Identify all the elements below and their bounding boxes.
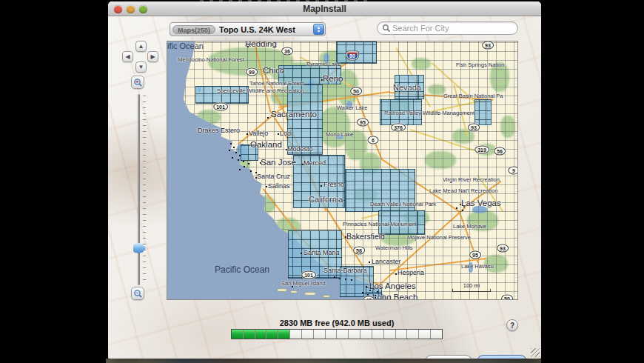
- island: [323, 295, 330, 298]
- map-label: Death Valley National Park: [370, 201, 436, 207]
- map-scale-bar: 100 mi: [452, 282, 491, 292]
- map-label: Mono Lake: [326, 131, 353, 138]
- progress-cell: [232, 330, 244, 339]
- map-label: Merced: [303, 159, 326, 167]
- city-dot: [321, 185, 322, 187]
- scale-label: 100 mi: [452, 282, 491, 289]
- island: [290, 290, 298, 293]
- progress-cell: [384, 330, 396, 339]
- map-label: Long Beach: [372, 293, 417, 300]
- progress-cell: [396, 330, 408, 339]
- search-input[interactable]: [391, 23, 513, 33]
- progress-cell: [266, 330, 278, 339]
- map-label: Redding: [245, 41, 277, 48]
- progress-cell: [302, 330, 314, 339]
- send-maps-button[interactable]: Send Maps: [477, 355, 527, 359]
- titlebar[interactable]: MapInstall: [108, 1, 541, 16]
- pan-down-button[interactable]: ▼: [135, 61, 147, 73]
- map-label: Spenceville Wildlife and Recreation: [217, 87, 304, 94]
- map-stage[interactable]: 100 mi 369380995010195376936319569589395…: [167, 41, 518, 300]
- magnifier-minus-icon: -: [133, 289, 143, 299]
- route-shield: 95: [357, 119, 369, 127]
- zoom-out-button[interactable]: -: [131, 287, 144, 300]
- resize-grip[interactable]: [531, 348, 540, 357]
- city-dot: [238, 159, 239, 161]
- pan-left-button[interactable]: ◀: [122, 51, 133, 62]
- map-label: Drakes Estero: [198, 127, 240, 134]
- map-label: Los Angeles: [369, 282, 416, 290]
- map-label: Great Basin National Pa: [443, 93, 503, 99]
- progress-cell: [349, 330, 360, 339]
- storage-progress-bar: [231, 329, 443, 339]
- map-label: Lake Mohave: [453, 223, 486, 230]
- storage-status-text: 2830 MB free (942.0 MB used): [231, 319, 443, 327]
- route-shield: 99: [246, 68, 258, 76]
- zoom-in-button[interactable]: +: [131, 76, 144, 89]
- city-dot: [339, 278, 341, 279]
- map-label: Pyramid Lake: [306, 61, 341, 67]
- map-label: Reno: [323, 74, 343, 83]
- pan-up-button[interactable]: ▲: [135, 41, 147, 52]
- route-shield: 47: [363, 296, 375, 301]
- city-dot: [248, 163, 249, 164]
- map-label: Lake Havasu: [461, 263, 494, 270]
- city-dot: [366, 286, 367, 287]
- city-dot: [235, 152, 237, 153]
- slider-track[interactable]: [138, 94, 140, 285]
- pan-right-button[interactable]: ▶: [147, 51, 158, 62]
- progress-cell: [326, 330, 338, 339]
- city-dot: [462, 210, 463, 211]
- route-shield: 93: [497, 244, 509, 253]
- map-label: California: [309, 195, 343, 204]
- map-label: Oakland: [250, 140, 282, 149]
- route-shield: 95: [469, 251, 481, 259]
- route-shield: 50: [501, 295, 513, 301]
- city-dot: [233, 147, 235, 148]
- search-field[interactable]: [377, 21, 518, 35]
- map-label: Fresno: [323, 181, 344, 188]
- desktop-sliver: [106, 359, 541, 363]
- progress-cell: [255, 330, 267, 339]
- scale-line: [452, 289, 491, 292]
- svg-text:+: +: [135, 79, 138, 84]
- search-icon: [382, 24, 391, 33]
- map-label: Virgin River Recreation: [443, 176, 500, 183]
- map-label: Tahoe National Forest: [249, 80, 303, 87]
- route-shield: 36: [281, 47, 293, 56]
- route-shield: 101: [301, 271, 316, 279]
- slider-ticks: [143, 96, 146, 284]
- go-back-button[interactable]: Go Back: [425, 355, 472, 359]
- map-label: Fish Springs Nation: [456, 61, 504, 68]
- zoom-slider[interactable]: [133, 93, 147, 287]
- city-dot: [395, 273, 397, 275]
- city-dot: [250, 170, 252, 172]
- city-dot: [301, 253, 302, 254]
- map-tile-selection[interactable]: [474, 99, 492, 125]
- map-tile-selection[interactable]: [287, 84, 323, 155]
- map-label: Walker Lake: [337, 104, 367, 111]
- city-dot: [239, 169, 241, 170]
- progress-cell: [290, 330, 302, 339]
- popup-stepper-icon: ▲▼: [313, 24, 324, 35]
- city-dot: [239, 155, 241, 156]
- island: [304, 292, 316, 296]
- help-button[interactable]: ?: [506, 319, 518, 331]
- map-label: Santa Maria: [303, 249, 340, 256]
- city-dot: [362, 292, 363, 293]
- map-product-label: Topo U.S. 24K West: [219, 25, 313, 34]
- map-label: Bakersfield: [346, 232, 385, 241]
- city-dot: [230, 143, 232, 144]
- progress-cell: [337, 330, 349, 339]
- city-dot: [267, 117, 269, 119]
- route-shield: 93: [468, 124, 480, 132]
- route-shield: 376: [391, 124, 406, 132]
- route-shield: 58: [353, 247, 365, 255]
- city-dot: [244, 166, 245, 167]
- map-product-popup[interactable]: Maps(250) Topo U.S. 24K West ▲▼: [170, 22, 326, 36]
- progress-cell: [407, 330, 419, 339]
- map-label: Nevada: [393, 83, 421, 92]
- city-dot: [351, 279, 352, 281]
- map-label: Pinnacles National Monument: [343, 221, 417, 227]
- route-shield: 56: [494, 147, 506, 156]
- mapinstall-window: MapInstall Maps(250) Topo U.S. 24K West …: [108, 1, 541, 359]
